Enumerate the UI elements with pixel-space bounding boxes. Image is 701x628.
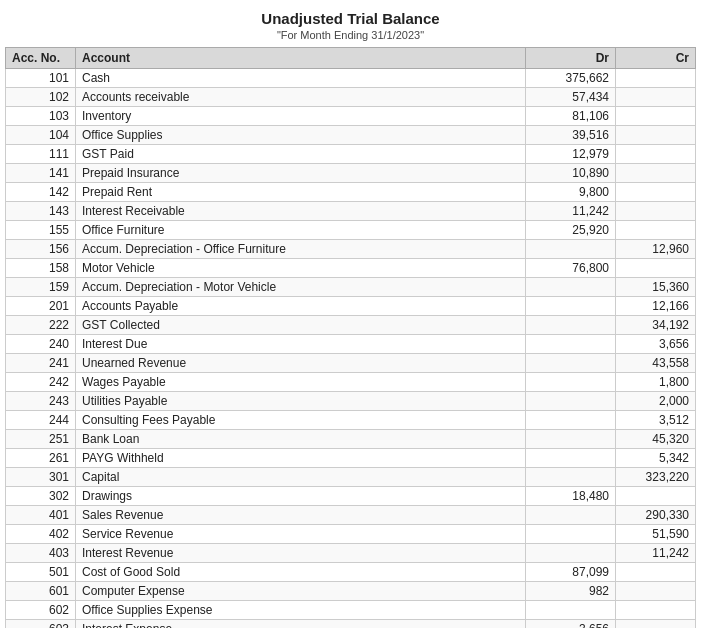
table-row: 141Prepaid Insurance10,890 (6, 164, 696, 183)
cell-account: Office Supplies (76, 126, 526, 145)
cell-dr: 9,800 (526, 183, 616, 202)
cell-cr (616, 69, 696, 88)
cell-account: Accum. Depreciation - Motor Vehicle (76, 278, 526, 297)
cell-account: Interest Receivable (76, 202, 526, 221)
cell-dr (526, 354, 616, 373)
table-row: 222GST Collected34,192 (6, 316, 696, 335)
cell-account: Computer Expense (76, 582, 526, 601)
cell-acc-no: 251 (6, 430, 76, 449)
cell-cr: 11,242 (616, 544, 696, 563)
trial-balance-table: Acc. No. Account Dr Cr 101Cash375,662102… (5, 47, 696, 628)
cell-account: Inventory (76, 107, 526, 126)
cell-cr (616, 487, 696, 506)
cell-acc-no: 155 (6, 221, 76, 240)
cell-dr (526, 335, 616, 354)
cell-account: Wages Payable (76, 373, 526, 392)
table-row: 603Interest Expense3,656 (6, 620, 696, 629)
table-row: 158Motor Vehicle76,800 (6, 259, 696, 278)
cell-acc-no: 222 (6, 316, 76, 335)
table-row: 602Office Supplies Expense (6, 601, 696, 620)
title-section: Unadjusted Trial Balance "For Month Endi… (5, 10, 696, 41)
table-row: 301Capital323,220 (6, 468, 696, 487)
cell-acc-no: 241 (6, 354, 76, 373)
cell-cr: 12,960 (616, 240, 696, 259)
cell-cr (616, 107, 696, 126)
cell-account: Accum. Depreciation - Office Furniture (76, 240, 526, 259)
table-row: 103Inventory81,106 (6, 107, 696, 126)
cell-account: Motor Vehicle (76, 259, 526, 278)
cell-dr (526, 506, 616, 525)
table-row: 243Utilities Payable2,000 (6, 392, 696, 411)
cell-dr: 57,434 (526, 88, 616, 107)
header-acc-no: Acc. No. (6, 48, 76, 69)
cell-cr (616, 259, 696, 278)
cell-dr (526, 278, 616, 297)
cell-cr: 5,342 (616, 449, 696, 468)
main-title: Unadjusted Trial Balance (5, 10, 696, 27)
cell-cr (616, 563, 696, 582)
cell-dr (526, 430, 616, 449)
table-row: 242Wages Payable1,800 (6, 373, 696, 392)
cell-cr: 45,320 (616, 430, 696, 449)
cell-dr: 12,979 (526, 145, 616, 164)
cell-acc-no: 401 (6, 506, 76, 525)
header-account: Account (76, 48, 526, 69)
table-row: 302Drawings18,480 (6, 487, 696, 506)
table-row: 142Prepaid Rent9,800 (6, 183, 696, 202)
cell-account: Accounts Payable (76, 297, 526, 316)
table-row: 403Interest Revenue11,242 (6, 544, 696, 563)
cell-acc-no: 101 (6, 69, 76, 88)
table-row: 201Accounts Payable12,166 (6, 297, 696, 316)
cell-acc-no: 244 (6, 411, 76, 430)
cell-dr: 25,920 (526, 221, 616, 240)
cell-cr (616, 164, 696, 183)
cell-acc-no: 104 (6, 126, 76, 145)
cell-acc-no: 402 (6, 525, 76, 544)
cell-cr: 1,800 (616, 373, 696, 392)
cell-acc-no: 301 (6, 468, 76, 487)
cell-dr: 11,242 (526, 202, 616, 221)
cell-cr: 290,330 (616, 506, 696, 525)
cell-acc-no: 158 (6, 259, 76, 278)
table-row: 244Consulting Fees Payable3,512 (6, 411, 696, 430)
table-row: 401Sales Revenue290,330 (6, 506, 696, 525)
cell-acc-no: 102 (6, 88, 76, 107)
cell-account: GST Collected (76, 316, 526, 335)
cell-cr (616, 582, 696, 601)
cell-acc-no: 103 (6, 107, 76, 126)
cell-account: Bank Loan (76, 430, 526, 449)
cell-account: Cost of Good Sold (76, 563, 526, 582)
cell-dr: 87,099 (526, 563, 616, 582)
cell-dr (526, 449, 616, 468)
cell-account: Interest Revenue (76, 544, 526, 563)
cell-acc-no: 403 (6, 544, 76, 563)
cell-account: Interest Due (76, 335, 526, 354)
table-row: 601Computer Expense982 (6, 582, 696, 601)
cell-account: PAYG Withheld (76, 449, 526, 468)
cell-acc-no: 242 (6, 373, 76, 392)
cell-account: Drawings (76, 487, 526, 506)
table-row: 251Bank Loan45,320 (6, 430, 696, 449)
cell-dr (526, 297, 616, 316)
cell-acc-no: 159 (6, 278, 76, 297)
cell-acc-no: 143 (6, 202, 76, 221)
cell-account: Office Furniture (76, 221, 526, 240)
cell-dr (526, 411, 616, 430)
cell-cr (616, 183, 696, 202)
cell-cr (616, 145, 696, 164)
page-container: Unadjusted Trial Balance "For Month Endi… (0, 0, 701, 628)
cell-dr (526, 601, 616, 620)
cell-acc-no: 141 (6, 164, 76, 183)
header-dr: Dr (526, 48, 616, 69)
cell-dr: 18,480 (526, 487, 616, 506)
cell-acc-no: 501 (6, 563, 76, 582)
cell-cr: 51,590 (616, 525, 696, 544)
cell-account: Capital (76, 468, 526, 487)
cell-dr: 3,656 (526, 620, 616, 629)
cell-account: Unearned Revenue (76, 354, 526, 373)
cell-acc-no: 142 (6, 183, 76, 202)
cell-acc-no: 261 (6, 449, 76, 468)
cell-account: Prepaid Insurance (76, 164, 526, 183)
cell-cr: 3,512 (616, 411, 696, 430)
table-row: 159Accum. Depreciation - Motor Vehicle15… (6, 278, 696, 297)
